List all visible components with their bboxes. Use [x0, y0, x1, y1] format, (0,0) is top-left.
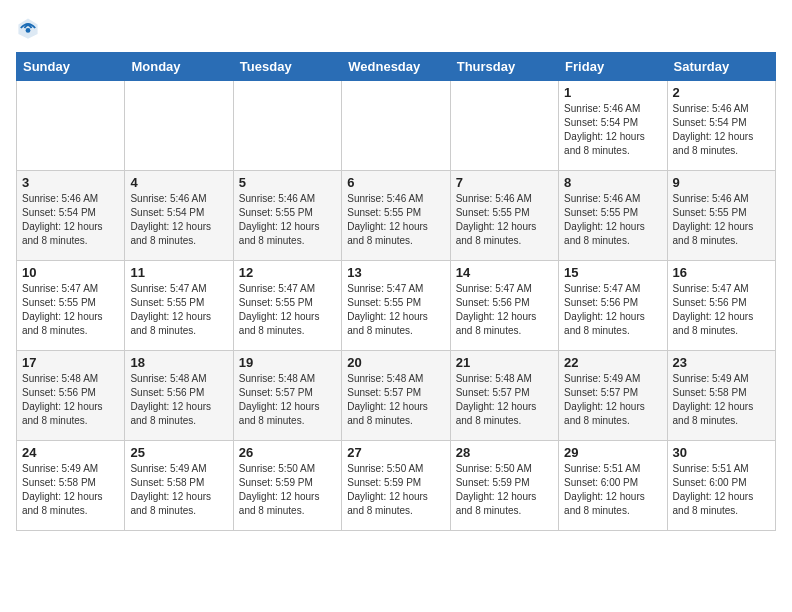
day-cell: 10Sunrise: 5:47 AM Sunset: 5:55 PM Dayli… — [17, 261, 125, 351]
calendar-table: SundayMondayTuesdayWednesdayThursdayFrid… — [16, 52, 776, 531]
day-cell: 12Sunrise: 5:47 AM Sunset: 5:55 PM Dayli… — [233, 261, 341, 351]
day-info: Sunrise: 5:48 AM Sunset: 5:57 PM Dayligh… — [347, 372, 444, 428]
day-cell: 18Sunrise: 5:48 AM Sunset: 5:56 PM Dayli… — [125, 351, 233, 441]
day-number: 30 — [673, 445, 770, 460]
header-day-saturday: Saturday — [667, 53, 775, 81]
day-number: 22 — [564, 355, 661, 370]
logo — [16, 16, 44, 40]
header-day-monday: Monday — [125, 53, 233, 81]
day-cell: 13Sunrise: 5:47 AM Sunset: 5:55 PM Dayli… — [342, 261, 450, 351]
day-info: Sunrise: 5:46 AM Sunset: 5:54 PM Dayligh… — [130, 192, 227, 248]
day-cell — [342, 81, 450, 171]
day-info: Sunrise: 5:49 AM Sunset: 5:57 PM Dayligh… — [564, 372, 661, 428]
header — [16, 16, 776, 40]
day-cell: 17Sunrise: 5:48 AM Sunset: 5:56 PM Dayli… — [17, 351, 125, 441]
day-info: Sunrise: 5:47 AM Sunset: 5:55 PM Dayligh… — [347, 282, 444, 338]
day-cell: 2Sunrise: 5:46 AM Sunset: 5:54 PM Daylig… — [667, 81, 775, 171]
day-info: Sunrise: 5:46 AM Sunset: 5:54 PM Dayligh… — [673, 102, 770, 158]
day-info: Sunrise: 5:47 AM Sunset: 5:56 PM Dayligh… — [564, 282, 661, 338]
day-number: 5 — [239, 175, 336, 190]
day-info: Sunrise: 5:46 AM Sunset: 5:55 PM Dayligh… — [456, 192, 553, 248]
day-number: 26 — [239, 445, 336, 460]
logo-icon — [16, 16, 40, 40]
day-number: 27 — [347, 445, 444, 460]
calendar-body: 1Sunrise: 5:46 AM Sunset: 5:54 PM Daylig… — [17, 81, 776, 531]
week-row-4: 17Sunrise: 5:48 AM Sunset: 5:56 PM Dayli… — [17, 351, 776, 441]
day-number: 21 — [456, 355, 553, 370]
day-info: Sunrise: 5:46 AM Sunset: 5:55 PM Dayligh… — [673, 192, 770, 248]
header-day-wednesday: Wednesday — [342, 53, 450, 81]
day-info: Sunrise: 5:46 AM Sunset: 5:55 PM Dayligh… — [347, 192, 444, 248]
day-cell: 11Sunrise: 5:47 AM Sunset: 5:55 PM Dayli… — [125, 261, 233, 351]
day-info: Sunrise: 5:46 AM Sunset: 5:55 PM Dayligh… — [239, 192, 336, 248]
day-number: 7 — [456, 175, 553, 190]
day-info: Sunrise: 5:48 AM Sunset: 5:57 PM Dayligh… — [239, 372, 336, 428]
day-info: Sunrise: 5:50 AM Sunset: 5:59 PM Dayligh… — [456, 462, 553, 518]
day-cell: 8Sunrise: 5:46 AM Sunset: 5:55 PM Daylig… — [559, 171, 667, 261]
day-cell: 5Sunrise: 5:46 AM Sunset: 5:55 PM Daylig… — [233, 171, 341, 261]
day-cell: 21Sunrise: 5:48 AM Sunset: 5:57 PM Dayli… — [450, 351, 558, 441]
day-cell: 27Sunrise: 5:50 AM Sunset: 5:59 PM Dayli… — [342, 441, 450, 531]
day-cell: 30Sunrise: 5:51 AM Sunset: 6:00 PM Dayli… — [667, 441, 775, 531]
day-cell: 7Sunrise: 5:46 AM Sunset: 5:55 PM Daylig… — [450, 171, 558, 261]
week-row-3: 10Sunrise: 5:47 AM Sunset: 5:55 PM Dayli… — [17, 261, 776, 351]
day-cell: 22Sunrise: 5:49 AM Sunset: 5:57 PM Dayli… — [559, 351, 667, 441]
header-day-sunday: Sunday — [17, 53, 125, 81]
day-number: 2 — [673, 85, 770, 100]
day-number: 14 — [456, 265, 553, 280]
day-number: 8 — [564, 175, 661, 190]
svg-point-2 — [26, 28, 31, 33]
day-number: 23 — [673, 355, 770, 370]
header-day-tuesday: Tuesday — [233, 53, 341, 81]
day-info: Sunrise: 5:50 AM Sunset: 5:59 PM Dayligh… — [239, 462, 336, 518]
day-number: 10 — [22, 265, 119, 280]
day-cell: 3Sunrise: 5:46 AM Sunset: 5:54 PM Daylig… — [17, 171, 125, 261]
day-number: 16 — [673, 265, 770, 280]
day-cell: 14Sunrise: 5:47 AM Sunset: 5:56 PM Dayli… — [450, 261, 558, 351]
day-info: Sunrise: 5:49 AM Sunset: 5:58 PM Dayligh… — [673, 372, 770, 428]
week-row-1: 1Sunrise: 5:46 AM Sunset: 5:54 PM Daylig… — [17, 81, 776, 171]
day-cell: 29Sunrise: 5:51 AM Sunset: 6:00 PM Dayli… — [559, 441, 667, 531]
header-day-friday: Friday — [559, 53, 667, 81]
day-info: Sunrise: 5:48 AM Sunset: 5:56 PM Dayligh… — [130, 372, 227, 428]
day-number: 15 — [564, 265, 661, 280]
day-number: 18 — [130, 355, 227, 370]
day-number: 19 — [239, 355, 336, 370]
day-number: 17 — [22, 355, 119, 370]
day-info: Sunrise: 5:47 AM Sunset: 5:55 PM Dayligh… — [239, 282, 336, 338]
day-number: 24 — [22, 445, 119, 460]
day-cell: 26Sunrise: 5:50 AM Sunset: 5:59 PM Dayli… — [233, 441, 341, 531]
header-row: SundayMondayTuesdayWednesdayThursdayFrid… — [17, 53, 776, 81]
day-cell: 28Sunrise: 5:50 AM Sunset: 5:59 PM Dayli… — [450, 441, 558, 531]
day-cell: 9Sunrise: 5:46 AM Sunset: 5:55 PM Daylig… — [667, 171, 775, 261]
day-info: Sunrise: 5:47 AM Sunset: 5:55 PM Dayligh… — [22, 282, 119, 338]
day-cell: 15Sunrise: 5:47 AM Sunset: 5:56 PM Dayli… — [559, 261, 667, 351]
day-number: 1 — [564, 85, 661, 100]
day-info: Sunrise: 5:46 AM Sunset: 5:54 PM Dayligh… — [564, 102, 661, 158]
day-cell — [233, 81, 341, 171]
day-cell — [450, 81, 558, 171]
day-number: 20 — [347, 355, 444, 370]
day-info: Sunrise: 5:47 AM Sunset: 5:55 PM Dayligh… — [130, 282, 227, 338]
day-number: 25 — [130, 445, 227, 460]
day-cell — [17, 81, 125, 171]
header-day-thursday: Thursday — [450, 53, 558, 81]
day-cell: 25Sunrise: 5:49 AM Sunset: 5:58 PM Dayli… — [125, 441, 233, 531]
day-info: Sunrise: 5:48 AM Sunset: 5:56 PM Dayligh… — [22, 372, 119, 428]
day-info: Sunrise: 5:49 AM Sunset: 5:58 PM Dayligh… — [130, 462, 227, 518]
calendar-header: SundayMondayTuesdayWednesdayThursdayFrid… — [17, 53, 776, 81]
day-info: Sunrise: 5:51 AM Sunset: 6:00 PM Dayligh… — [564, 462, 661, 518]
day-cell: 4Sunrise: 5:46 AM Sunset: 5:54 PM Daylig… — [125, 171, 233, 261]
day-info: Sunrise: 5:47 AM Sunset: 5:56 PM Dayligh… — [456, 282, 553, 338]
day-number: 4 — [130, 175, 227, 190]
day-number: 11 — [130, 265, 227, 280]
day-cell: 23Sunrise: 5:49 AM Sunset: 5:58 PM Dayli… — [667, 351, 775, 441]
day-number: 9 — [673, 175, 770, 190]
day-cell: 16Sunrise: 5:47 AM Sunset: 5:56 PM Dayli… — [667, 261, 775, 351]
day-info: Sunrise: 5:51 AM Sunset: 6:00 PM Dayligh… — [673, 462, 770, 518]
day-info: Sunrise: 5:46 AM Sunset: 5:55 PM Dayligh… — [564, 192, 661, 248]
day-number: 12 — [239, 265, 336, 280]
day-info: Sunrise: 5:49 AM Sunset: 5:58 PM Dayligh… — [22, 462, 119, 518]
day-number: 29 — [564, 445, 661, 460]
week-row-5: 24Sunrise: 5:49 AM Sunset: 5:58 PM Dayli… — [17, 441, 776, 531]
